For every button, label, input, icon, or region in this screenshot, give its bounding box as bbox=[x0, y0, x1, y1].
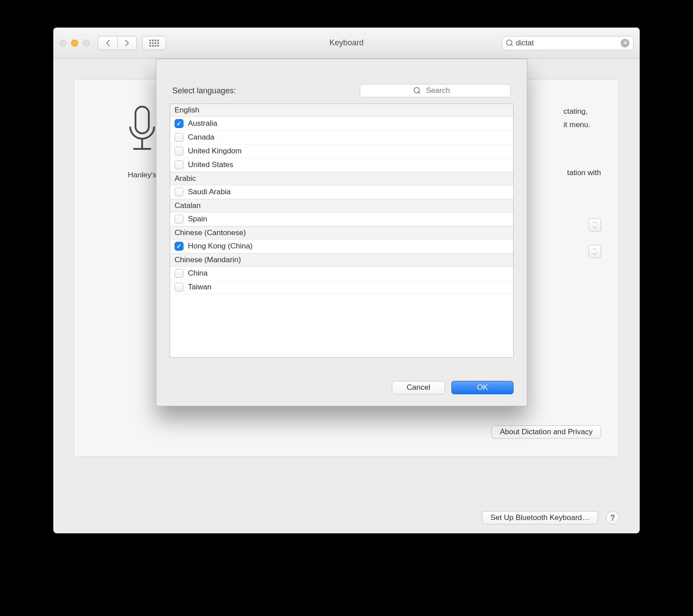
ok-button[interactable]: OK bbox=[451, 381, 514, 394]
popup-stepper-2[interactable]: ︿ ﹀ bbox=[589, 245, 601, 258]
about-dictation-button[interactable]: About Dictation and Privacy bbox=[491, 425, 601, 439]
preferences-window: Keyboard ✕ Hanley's ctating, it menu. ta… bbox=[53, 28, 640, 533]
setup-bluetooth-keyboard-button[interactable]: Set Up Bluetooth Keyboard… bbox=[482, 511, 598, 524]
language-sheet: Select languages: EnglishAustraliaCanada… bbox=[156, 59, 527, 406]
language-row[interactable]: Australia bbox=[170, 117, 513, 131]
chevron-up-icon: ︿ bbox=[593, 219, 597, 225]
language-label: Taiwan bbox=[188, 283, 211, 292]
close-button[interactable] bbox=[60, 40, 67, 47]
cancel-button[interactable]: Cancel bbox=[392, 381, 445, 394]
language-row[interactable]: Canada bbox=[170, 131, 513, 144]
language-group-header: English bbox=[170, 104, 513, 117]
language-group-header: Catalan bbox=[170, 199, 513, 212]
checkbox[interactable] bbox=[175, 160, 183, 169]
window-controls bbox=[60, 40, 90, 47]
bg-text-3: tation with bbox=[567, 168, 601, 177]
footer-row: Set Up Bluetooth Keyboard… ? bbox=[482, 511, 619, 524]
language-label: Australia bbox=[188, 119, 217, 128]
svg-rect-0 bbox=[135, 107, 149, 133]
language-group-header: Arabic bbox=[170, 172, 513, 185]
forward-button[interactable] bbox=[117, 36, 137, 50]
sheet-actions: Cancel OK bbox=[170, 381, 514, 394]
nav-group bbox=[98, 36, 137, 50]
titlebar: Keyboard ✕ bbox=[53, 28, 640, 59]
language-group-header: Chinese (Mandarin) bbox=[170, 253, 513, 267]
checkbox[interactable] bbox=[175, 215, 183, 224]
clear-search-button[interactable]: ✕ bbox=[621, 39, 629, 48]
bg-text-2: it menu. bbox=[564, 120, 590, 129]
grid-icon bbox=[149, 40, 159, 47]
language-label: China bbox=[188, 269, 207, 278]
language-label: United Kingdom bbox=[188, 147, 242, 156]
search-icon bbox=[414, 87, 421, 94]
help-button[interactable]: ? bbox=[606, 511, 619, 524]
search-icon bbox=[506, 40, 513, 47]
chevron-left-icon bbox=[105, 40, 111, 46]
chevron-down-icon: ﹀ bbox=[593, 252, 597, 258]
checkbox[interactable] bbox=[175, 119, 183, 128]
checkbox[interactable] bbox=[175, 188, 183, 196]
zoom-button[interactable] bbox=[83, 40, 90, 47]
chevron-right-icon bbox=[124, 40, 130, 46]
language-row[interactable]: United States bbox=[170, 158, 513, 172]
language-row[interactable]: Taiwan bbox=[170, 280, 513, 294]
sheet-search[interactable] bbox=[360, 84, 511, 97]
checkbox[interactable] bbox=[175, 147, 183, 156]
language-label: Canada bbox=[188, 133, 215, 142]
back-button[interactable] bbox=[98, 36, 117, 50]
minimize-button[interactable] bbox=[71, 40, 78, 47]
checkbox[interactable] bbox=[175, 133, 183, 142]
toolbar-search[interactable]: ✕ bbox=[502, 36, 633, 50]
language-row[interactable]: Hong Kong (China) bbox=[170, 240, 513, 253]
language-row[interactable]: United Kingdom bbox=[170, 144, 513, 158]
sheet-search-input[interactable] bbox=[426, 86, 457, 95]
bg-text-1: ctating, bbox=[563, 107, 588, 116]
language-label: Spain bbox=[188, 215, 207, 224]
language-list[interactable]: EnglishAustraliaCanadaUnited KingdomUnit… bbox=[170, 104, 514, 358]
language-row[interactable]: Spain bbox=[170, 212, 513, 226]
language-row[interactable]: Saudi Arabia bbox=[170, 185, 513, 199]
popup-stepper-1[interactable]: ︿ ﹀ bbox=[589, 218, 601, 232]
checkbox[interactable] bbox=[175, 269, 183, 278]
language-row[interactable]: China bbox=[170, 267, 513, 280]
language-group-header: Chinese (Cantonese) bbox=[170, 226, 513, 240]
show-all-button[interactable] bbox=[142, 36, 166, 50]
sheet-title: Select languages: bbox=[172, 86, 236, 96]
language-label: Saudi Arabia bbox=[188, 188, 231, 196]
sheet-header: Select languages: bbox=[172, 84, 511, 97]
checkbox[interactable] bbox=[175, 242, 183, 251]
search-input[interactable] bbox=[516, 39, 621, 48]
language-label: Hong Kong (China) bbox=[188, 242, 253, 251]
chevron-down-icon: ﹀ bbox=[593, 225, 597, 231]
checkbox[interactable] bbox=[175, 283, 183, 292]
language-label: United States bbox=[188, 160, 233, 169]
chevron-up-icon: ︿ bbox=[593, 245, 597, 252]
